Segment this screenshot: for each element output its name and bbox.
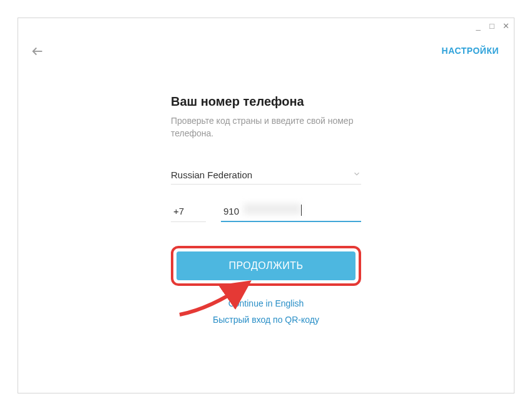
arrow-left-icon	[31, 44, 44, 58]
continue-button[interactable]: ПРОДОЛЖИТЬ	[176, 251, 356, 280]
phone-row	[171, 203, 361, 222]
app-window: _ □ ✕ НАСТРОЙКИ Ваш номер телефона Прове…	[18, 18, 514, 393]
chevron-down-icon	[352, 170, 361, 180]
minimize-button[interactable]: _	[474, 22, 483, 30]
country-code-input[interactable]	[171, 203, 206, 222]
close-button[interactable]: ✕	[501, 22, 510, 30]
text-caret	[301, 205, 302, 216]
settings-link[interactable]: НАСТРОЙКИ	[442, 46, 499, 56]
maximize-button[interactable]: □	[488, 22, 496, 30]
window-controls: _ □ ✕	[474, 22, 510, 30]
page-subtitle: Проверьте код страны и введите свой номе…	[171, 115, 361, 140]
page-title: Ваш номер телефона	[171, 94, 361, 109]
login-form: Ваш номер телефона Проверьте код страны …	[171, 94, 361, 331]
country-value: Russian Federation	[171, 170, 252, 180]
alt-links: Continue in English Быстрый вход по QR-к…	[171, 298, 361, 325]
phone-input[interactable]	[221, 203, 361, 222]
qr-login-link[interactable]: Быстрый вход по QR-коду	[171, 315, 361, 325]
highlight-annotation: ПРОДОЛЖИТЬ	[171, 246, 361, 286]
back-button[interactable]	[31, 44, 44, 61]
country-select[interactable]: Russian Federation	[171, 170, 361, 185]
continue-english-link[interactable]: Continue in English	[171, 298, 361, 308]
